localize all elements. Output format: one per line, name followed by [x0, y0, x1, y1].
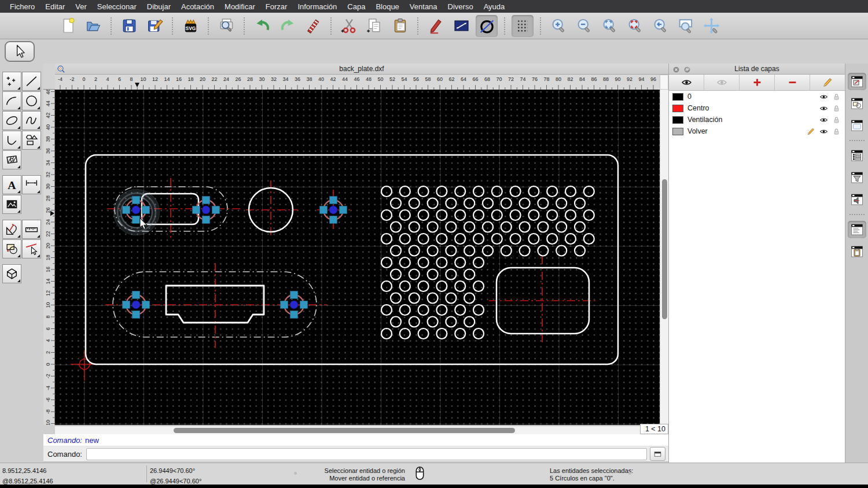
- points-tool-button[interactable]: [2, 72, 21, 91]
- selection-handle[interactable]: [123, 301, 130, 309]
- draft-mode-button[interactable]: [476, 15, 498, 37]
- show-all-layers-button[interactable]: [669, 75, 704, 90]
- selection-handle[interactable]: [290, 311, 298, 319]
- ellipse-tool-button[interactable]: [2, 111, 21, 130]
- float-panel-icon[interactable]: [683, 65, 691, 73]
- add-layer-button[interactable]: [740, 75, 775, 90]
- selection-handle[interactable]: [212, 206, 220, 214]
- menu-forzar[interactable]: Forzar: [260, 2, 293, 11]
- layer-lock-icon[interactable]: [832, 93, 841, 101]
- solid-3d-tool-button[interactable]: [2, 264, 21, 283]
- dock-command-line-button[interactable]: [848, 221, 866, 238]
- horizontal-scrollbar-thumb[interactable]: [174, 428, 515, 433]
- deselect-tool-button[interactable]: [22, 239, 41, 258]
- menu-modificar[interactable]: Modificar: [219, 2, 260, 11]
- polygon-tool-button[interactable]: [22, 131, 41, 150]
- layer-row-0[interactable]: 0: [669, 91, 845, 102]
- undo-button[interactable]: [251, 15, 273, 37]
- grid-toggle-button[interactable]: [512, 15, 534, 37]
- zoom-pan-button[interactable]: [700, 15, 722, 37]
- remove-layer-button[interactable]: [775, 75, 810, 90]
- selection-handle[interactable]: [123, 206, 130, 214]
- layer-lock-icon[interactable]: [832, 116, 841, 124]
- drawing-canvas[interactable]: [55, 90, 660, 425]
- save-button[interactable]: [118, 15, 140, 37]
- image-tool-button[interactable]: [2, 195, 21, 214]
- dock-command-options-button[interactable]: [848, 147, 866, 164]
- dock-clipboard-button[interactable]: [848, 243, 866, 260]
- hatch-tool-button[interactable]: [2, 150, 21, 169]
- selection-handle[interactable]: [142, 301, 150, 309]
- dimension-tool-button[interactable]: [22, 175, 41, 194]
- measure-tool-button[interactable]: [22, 220, 41, 239]
- selection-handle[interactable]: [340, 206, 347, 214]
- text-tool-button[interactable]: A: [2, 175, 21, 194]
- selection-handle[interactable]: [203, 197, 210, 204]
- close-panel-icon[interactable]: [672, 65, 680, 73]
- arc-tool-button[interactable]: [2, 91, 21, 110]
- zoom-previous-button[interactable]: [649, 15, 671, 37]
- modify-tool-button[interactable]: [2, 220, 21, 239]
- vertical-scrollbar-thumb[interactable]: [662, 179, 667, 319]
- zoom-in-button[interactable]: [547, 15, 569, 37]
- zoom-window-button[interactable]: [675, 15, 697, 37]
- layer-lock-icon[interactable]: [832, 104, 841, 113]
- dock-filter-button[interactable]: [848, 169, 866, 186]
- selection-handle[interactable]: [133, 291, 140, 299]
- menu-ayuda[interactable]: Ayuda: [479, 2, 510, 11]
- selection-handle[interactable]: [320, 206, 328, 214]
- dock-blocks-button[interactable]: [848, 95, 866, 112]
- menu-ventana[interactable]: Ventana: [404, 2, 443, 11]
- dock-library-button[interactable]: [848, 117, 866, 134]
- print-preview-button[interactable]: [215, 15, 237, 37]
- edit-layer-button[interactable]: [810, 75, 845, 90]
- block-tool-button[interactable]: [2, 239, 21, 258]
- menu-seleccionar[interactable]: Seleccionar: [92, 2, 142, 11]
- horizontal-scrollbar[interactable]: [55, 426, 668, 434]
- layer-visibility-icon[interactable]: [819, 93, 828, 101]
- hide-all-layers-button[interactable]: [704, 75, 740, 90]
- menu-editar[interactable]: Editar: [40, 2, 70, 11]
- polyline-tool-button[interactable]: [2, 131, 21, 150]
- layer-lock-icon[interactable]: [832, 127, 841, 136]
- dock-announce-button[interactable]: [848, 191, 866, 208]
- selection-handle[interactable]: [133, 216, 140, 224]
- menu-fichero[interactable]: Fichero: [5, 2, 40, 11]
- redo-button[interactable]: [277, 15, 299, 37]
- save-as-button[interactable]: [144, 15, 165, 37]
- layer-row-volver[interactable]: Volver: [669, 125, 845, 137]
- svg-export-button[interactable]: SVG: [179, 15, 201, 37]
- zoom-selected-button[interactable]: [624, 15, 646, 37]
- open-folder-button[interactable]: [82, 15, 104, 37]
- selection-handle[interactable]: [193, 206, 200, 214]
- selection-handle[interactable]: [330, 216, 337, 224]
- layer-visibility-icon[interactable]: [819, 116, 828, 124]
- paste-button[interactable]: [389, 15, 411, 37]
- selection-handle[interactable]: [133, 311, 140, 319]
- selection-handle[interactable]: [133, 197, 140, 204]
- line-arrow-button[interactable]: [450, 15, 472, 37]
- selection-handle[interactable]: [281, 301, 288, 309]
- menu-capa[interactable]: Capa: [342, 2, 370, 11]
- spline-tool-button[interactable]: [22, 111, 41, 130]
- layer-row-centro[interactable]: Centro: [669, 102, 845, 114]
- copy-button[interactable]: [363, 15, 385, 37]
- layer-visibility-icon[interactable]: [819, 127, 828, 136]
- selection-handle[interactable]: [300, 301, 308, 309]
- zoom-out-button[interactable]: [573, 15, 595, 37]
- menu-acotacion[interactable]: Acotación: [176, 2, 219, 11]
- selection-handle[interactable]: [330, 197, 337, 204]
- menu-diverso[interactable]: Diverso: [443, 2, 479, 11]
- menu-ver[interactable]: Ver: [70, 2, 92, 11]
- menu-informacion[interactable]: Información: [292, 2, 342, 11]
- dock-pen-palette-button[interactable]: [848, 73, 866, 90]
- menu-dibujar[interactable]: Dibujar: [142, 2, 176, 11]
- pen-attributes-button[interactable]: [425, 15, 447, 37]
- layer-visibility-icon[interactable]: [819, 104, 828, 113]
- selection-handle[interactable]: [142, 206, 150, 214]
- vertical-scrollbar[interactable]: [660, 90, 668, 425]
- delete-eraser-button[interactable]: [302, 15, 324, 37]
- menu-bloque[interactable]: Bloque: [370, 2, 404, 11]
- keyboard-toggle-button[interactable]: [650, 447, 665, 461]
- select-tool-button[interactable]: [5, 41, 35, 62]
